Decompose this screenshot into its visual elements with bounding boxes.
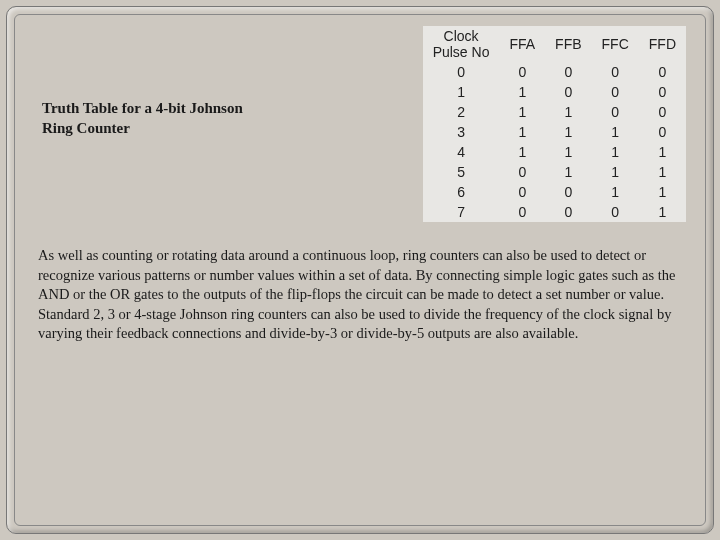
slide-content: Truth Table for a 4-bit Johnson Ring Cou… [20, 20, 700, 520]
cell-n: 2 [423, 102, 500, 122]
table-row: 21100 [423, 102, 686, 122]
table-row: 41111 [423, 142, 686, 162]
cell-n: 4 [423, 142, 500, 162]
col-clock: Clock Pulse No [423, 26, 500, 62]
table-row: 00000 [423, 62, 686, 82]
cell-b: 1 [545, 162, 591, 182]
cell-b: 1 [545, 142, 591, 162]
table-row: 60011 [423, 182, 686, 202]
cell-a: 0 [499, 202, 545, 222]
col-ffa: FFA [499, 26, 545, 62]
truth-table: Clock Pulse No FFA FFB FFC FFD 000001100… [423, 26, 686, 222]
cell-d: 1 [639, 182, 686, 202]
cell-a: 1 [499, 122, 545, 142]
cell-c: 1 [592, 182, 639, 202]
cell-a: 1 [499, 142, 545, 162]
cell-d: 1 [639, 162, 686, 182]
cell-n: 7 [423, 202, 500, 222]
table-body: 0000011000211003111041111501116001170001 [423, 62, 686, 222]
cell-b: 1 [545, 122, 591, 142]
cell-c: 0 [592, 202, 639, 222]
cell-n: 1 [423, 82, 500, 102]
cell-c: 0 [592, 82, 639, 102]
cell-d: 0 [639, 82, 686, 102]
cell-d: 1 [639, 202, 686, 222]
cell-c: 0 [592, 102, 639, 122]
table-row: 70001 [423, 202, 686, 222]
cell-b: 0 [545, 182, 591, 202]
cell-c: 1 [592, 122, 639, 142]
cell-c: 0 [592, 62, 639, 82]
col-clock-l2: Pulse No [433, 44, 490, 60]
cell-c: 1 [592, 142, 639, 162]
col-ffc: FFC [592, 26, 639, 62]
cell-a: 0 [499, 182, 545, 202]
table-row: 31110 [423, 122, 686, 142]
truth-table-wrap: Clock Pulse No FFA FFB FFC FFD 000001100… [423, 26, 686, 222]
table-header-row: Clock Pulse No FFA FFB FFC FFD [423, 26, 686, 62]
body-paragraph: As well as counting or rotating data aro… [34, 246, 686, 344]
col-ffb: FFB [545, 26, 591, 62]
title-block: Truth Table for a 4-bit Johnson Ring Cou… [34, 26, 405, 139]
col-ffd: FFD [639, 26, 686, 62]
cell-b: 0 [545, 82, 591, 102]
cell-b: 0 [545, 202, 591, 222]
table-row: 11000 [423, 82, 686, 102]
cell-b: 0 [545, 62, 591, 82]
cell-a: 0 [499, 62, 545, 82]
cell-d: 0 [639, 122, 686, 142]
top-row: Truth Table for a 4-bit Johnson Ring Cou… [34, 26, 686, 222]
cell-c: 1 [592, 162, 639, 182]
cell-n: 5 [423, 162, 500, 182]
table-row: 50111 [423, 162, 686, 182]
cell-d: 0 [639, 62, 686, 82]
cell-a: 1 [499, 82, 545, 102]
cell-a: 0 [499, 162, 545, 182]
cell-b: 1 [545, 102, 591, 122]
cell-a: 1 [499, 102, 545, 122]
title-line-2: Ring Counter [42, 118, 405, 138]
title-line-1: Truth Table for a 4-bit Johnson [42, 98, 405, 118]
col-clock-l1: Clock [444, 28, 479, 44]
cell-d: 1 [639, 142, 686, 162]
cell-n: 3 [423, 122, 500, 142]
cell-n: 0 [423, 62, 500, 82]
cell-n: 6 [423, 182, 500, 202]
cell-d: 0 [639, 102, 686, 122]
